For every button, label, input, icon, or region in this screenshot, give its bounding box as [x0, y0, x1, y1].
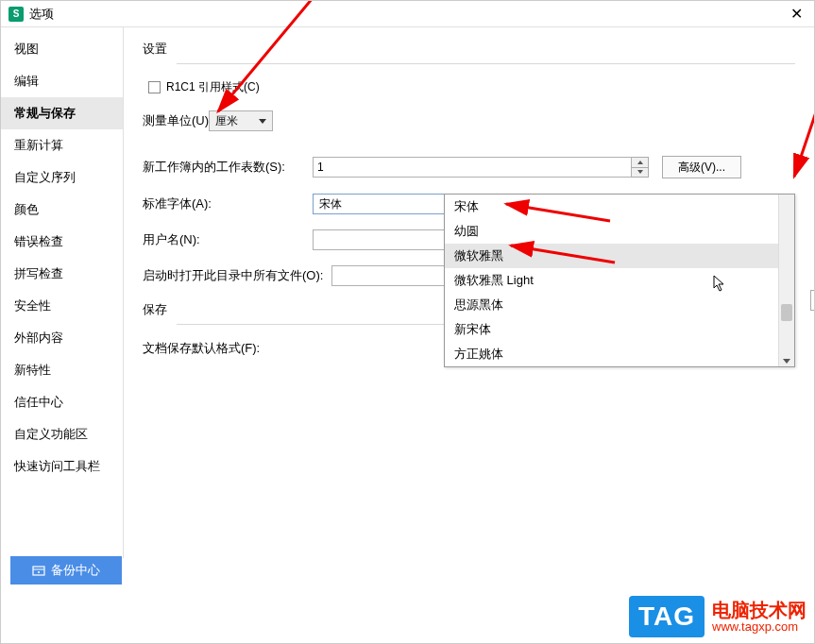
- sidebar-item[interactable]: 拼写检查: [1, 258, 123, 290]
- sidebar-item[interactable]: 编辑: [1, 65, 123, 97]
- scroll-thumb[interactable]: [781, 304, 792, 321]
- sheets-spinner[interactable]: [632, 157, 649, 178]
- sidebar: 视图编辑常规与保存重新计算自定义序列颜色错误检查拼写检查安全性外部内容新特性信任…: [1, 27, 124, 558]
- sidebar-item[interactable]: 快速访问工具栏: [1, 450, 123, 483]
- svg-rect-4: [33, 567, 44, 575]
- svg-point-5: [38, 571, 40, 573]
- backup-center-button[interactable]: 备份中心: [10, 556, 122, 585]
- dropdown-item[interactable]: 微软雅黑 Light: [445, 268, 794, 293]
- window-title: 选项: [29, 6, 787, 23]
- dropdown-item[interactable]: 微软雅黑: [445, 244, 794, 268]
- chevron-down-icon: [783, 359, 790, 364]
- sidebar-item[interactable]: 外部内容: [1, 322, 123, 354]
- app-icon: S: [8, 7, 24, 22]
- tag-box: TAG: [629, 596, 705, 637]
- sidebar-item[interactable]: 新特性: [1, 354, 123, 386]
- sheets-input[interactable]: [313, 157, 632, 178]
- font-value: 宋体: [319, 196, 342, 212]
- format-label: 文档保存默认格式(F):: [143, 340, 313, 357]
- font-dropdown[interactable]: 宋体幼圆微软雅黑微软雅黑 Light思源黑体新宋体方正姚体: [444, 194, 795, 367]
- sidebar-item[interactable]: 重新计算: [1, 129, 123, 161]
- font-label: 标准字体(A):: [143, 195, 313, 212]
- unit-select[interactable]: 厘米: [209, 110, 273, 131]
- close-icon[interactable]: ✕: [787, 5, 807, 23]
- user-label: 用户名(N):: [143, 231, 313, 248]
- advanced-button[interactable]: 高级(V)...: [662, 156, 741, 178]
- dropdown-item[interactable]: 宋体: [445, 195, 794, 219]
- tag-title: 电脑技术网: [712, 601, 807, 619]
- sidebar-item[interactable]: 自定义序列: [1, 161, 123, 194]
- startdir-label: 启动时打开此目录中所有文件(O):: [143, 267, 331, 284]
- dropdown-scrollbar[interactable]: [778, 195, 794, 366]
- sidebar-item[interactable]: 颜色: [1, 194, 123, 226]
- sidebar-item[interactable]: 错误检查: [1, 226, 123, 258]
- tag-url: www.tagxp.com: [712, 619, 807, 634]
- chevron-down-icon: [259, 119, 266, 124]
- sidebar-item[interactable]: 自定义功能区: [1, 418, 123, 450]
- watermark: TAG 电脑技术网 www.tagxp.com: [629, 596, 807, 637]
- format-select[interactable]: 件(*.xlsx): [810, 290, 815, 311]
- cursor-icon: [713, 275, 726, 296]
- dropdown-item[interactable]: 思源黑体: [445, 293, 794, 317]
- unit-value: 厘米: [215, 113, 238, 129]
- section-settings-title: 设置: [143, 41, 795, 58]
- dropdown-item[interactable]: 幼圆: [445, 219, 794, 244]
- sheets-label: 新工作簿内的工作表数(S):: [143, 159, 313, 176]
- sidebar-item[interactable]: 常规与保存: [1, 97, 123, 129]
- r1c1-label: R1C1 引用样式(C): [166, 79, 260, 95]
- dropdown-item[interactable]: 方正姚体: [445, 342, 794, 366]
- box-icon: [32, 564, 45, 577]
- dropdown-item[interactable]: 新宋体: [445, 317, 794, 342]
- r1c1-checkbox[interactable]: [148, 81, 161, 93]
- svg-line-1: [794, 8, 815, 177]
- sidebar-item[interactable]: 信任中心: [1, 386, 123, 418]
- sidebar-item[interactable]: 视图: [1, 33, 123, 65]
- backup-label: 备份中心: [51, 562, 100, 579]
- sidebar-item[interactable]: 安全性: [1, 290, 123, 322]
- content-panel: 设置 R1C1 引用样式(C) 测量单位(U): 厘米 新工作簿内的工作表数(S…: [124, 27, 814, 558]
- divider: [177, 63, 795, 64]
